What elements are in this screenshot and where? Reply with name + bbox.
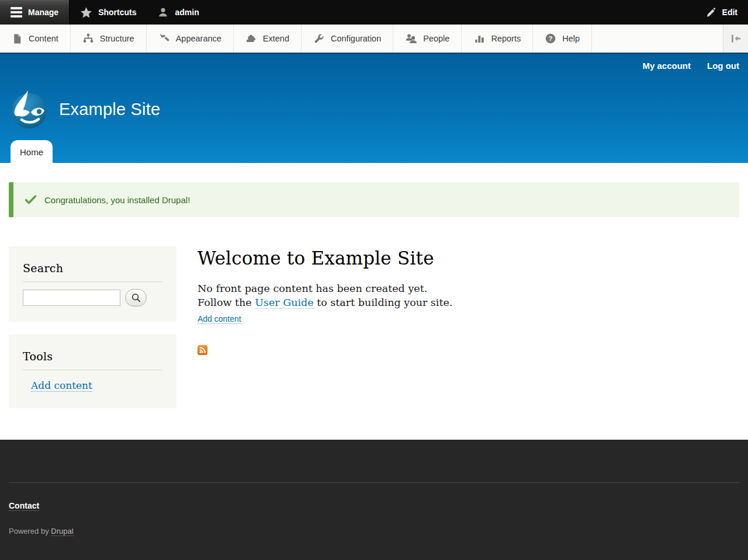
site-header: My account Log out bbox=[0, 53, 748, 163]
add-content-link[interactable]: Add content bbox=[198, 314, 241, 324]
menu-item-content[interactable]: Content bbox=[0, 25, 71, 53]
file-icon bbox=[12, 33, 23, 44]
menu-item-label: People bbox=[423, 34, 449, 43]
menu-item-label: Reports bbox=[491, 34, 521, 43]
menu-item-appearance[interactable]: Appearance bbox=[147, 25, 234, 53]
menu-item-help[interactable]: ? Help bbox=[533, 25, 592, 53]
guide-prefix: Follow the bbox=[198, 297, 255, 308]
menu-item-label: Content bbox=[29, 34, 58, 43]
admin-menu-tray: Content Structure Appearance E bbox=[0, 25, 748, 53]
svg-text:?: ? bbox=[549, 35, 553, 42]
paintbrush-icon bbox=[158, 33, 170, 44]
rss-feed-link[interactable] bbox=[198, 345, 207, 355]
toolbar-user-label: admin bbox=[175, 8, 199, 17]
page: Manage Shortcuts admin Edit Conten bbox=[0, 0, 748, 560]
toolbar-edit-label: Edit bbox=[722, 8, 737, 17]
content-row: Search Tools Add content bbox=[9, 246, 739, 408]
tray-spacer bbox=[592, 25, 723, 53]
search-block-title: Search bbox=[23, 258, 162, 282]
star-icon bbox=[80, 6, 92, 19]
secondary-menu: My account Log out bbox=[643, 61, 740, 71]
powered-by: Powered by Drupal bbox=[9, 527, 739, 535]
menu-item-people[interactable]: People bbox=[393, 25, 462, 53]
tab-home[interactable]: Home bbox=[11, 140, 53, 163]
check-icon bbox=[25, 194, 37, 205]
tools-block: Tools Add content bbox=[9, 335, 176, 408]
powered-prefix: Powered by bbox=[9, 527, 51, 535]
my-account-link[interactable]: My account bbox=[643, 61, 691, 71]
toolbar-user[interactable]: admin bbox=[147, 0, 209, 25]
site-name[interactable]: Example Site bbox=[59, 100, 160, 119]
site-footer: Contact Powered by Drupal bbox=[0, 440, 748, 560]
toolbar-manage-label: Manage bbox=[28, 8, 58, 17]
menu-icon bbox=[11, 7, 22, 18]
user-guide-line: Follow the User Guide to start building … bbox=[198, 295, 739, 309]
wrench-icon bbox=[313, 33, 325, 44]
search-submit-button[interactable] bbox=[125, 289, 147, 307]
empty-frontpage-text: No front page content has been created y… bbox=[198, 281, 739, 295]
menu-item-label: Help bbox=[562, 34, 580, 43]
footer-divider bbox=[9, 440, 739, 483]
puzzle-icon bbox=[245, 33, 257, 44]
menu-item-extend[interactable]: Extend bbox=[234, 25, 302, 53]
toolbar-shortcuts-label: Shortcuts bbox=[98, 8, 136, 17]
sitemap-icon bbox=[82, 33, 94, 44]
main-area: Congratulations, you installed Drupal! S… bbox=[0, 163, 748, 440]
tools-add-content-link[interactable]: Add content bbox=[31, 380, 92, 392]
search-block: Search bbox=[9, 246, 176, 322]
drupal-logo[interactable] bbox=[10, 89, 49, 129]
menu-item-label: Extend bbox=[263, 34, 289, 43]
main-content: Welcome to Example Site No front page co… bbox=[198, 246, 739, 357]
log-out-link[interactable]: Log out bbox=[707, 61, 739, 71]
rss-icon bbox=[198, 345, 207, 355]
toolbar-collapse-button[interactable] bbox=[723, 25, 748, 53]
toolbar-edit[interactable]: Edit bbox=[695, 0, 748, 25]
menu-item-structure[interactable]: Structure bbox=[71, 25, 147, 53]
menu-item-reports[interactable]: Reports bbox=[462, 25, 533, 53]
question-icon: ? bbox=[545, 33, 556, 44]
search-form bbox=[23, 289, 162, 307]
menu-item-label: Configuration bbox=[331, 34, 381, 43]
footer-contact-link[interactable]: Contact bbox=[9, 501, 39, 511]
status-message: Congratulations, you installed Drupal! bbox=[9, 182, 739, 217]
search-input[interactable] bbox=[23, 290, 120, 306]
menu-item-configuration[interactable]: Configuration bbox=[302, 25, 393, 53]
search-icon bbox=[131, 293, 141, 303]
people-icon bbox=[405, 33, 417, 44]
menu-item-label: Appearance bbox=[176, 34, 221, 43]
guide-suffix: to start building your site. bbox=[314, 297, 453, 308]
user-icon bbox=[157, 6, 169, 18]
admin-toolbar: Manage Shortcuts admin Edit bbox=[0, 0, 748, 25]
toolbar-manage[interactable]: Manage bbox=[0, 0, 70, 25]
toolbar-shortcuts[interactable]: Shortcuts bbox=[70, 0, 147, 25]
page-title: Welcome to Example Site bbox=[198, 248, 739, 269]
collapse-left-icon bbox=[730, 33, 742, 44]
site-branding: Example Site bbox=[10, 89, 160, 129]
menu-item-label: Structure bbox=[100, 34, 134, 43]
drupal-link[interactable]: Drupal bbox=[51, 527, 73, 536]
pencil-icon bbox=[705, 7, 716, 18]
barchart-icon bbox=[473, 33, 485, 44]
status-message-text: Congratulations, you installed Drupal! bbox=[44, 195, 190, 205]
tools-block-title: Tools bbox=[23, 346, 162, 370]
sidebar: Search Tools Add content bbox=[9, 246, 176, 408]
user-guide-link[interactable]: User Guide bbox=[255, 297, 313, 309]
